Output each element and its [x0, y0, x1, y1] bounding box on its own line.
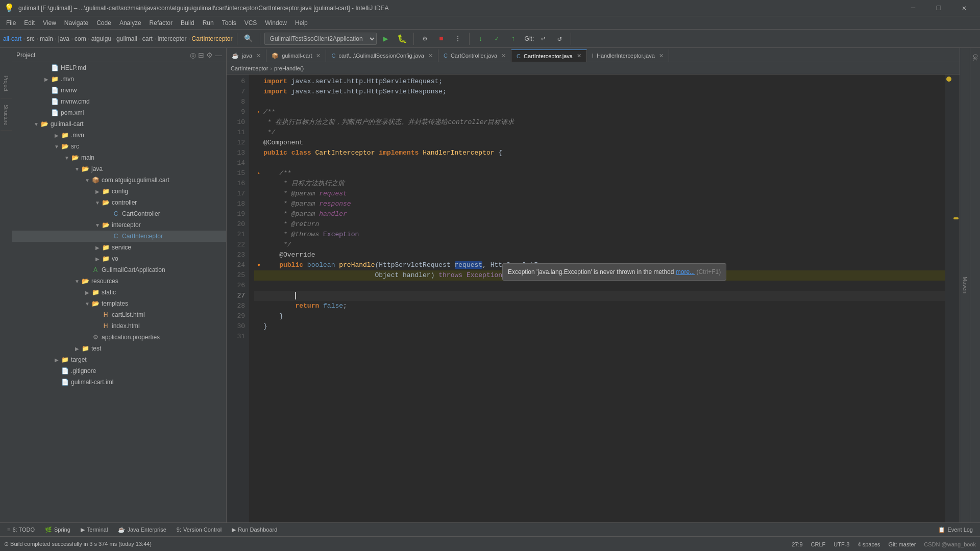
bc-interceptor[interactable]: interceptor	[158, 35, 187, 42]
menu-tools[interactable]: Tools	[218, 17, 240, 29]
tab-close-cartcontroller[interactable]: ✕	[501, 53, 506, 59]
status-crlf[interactable]: CRLF	[811, 541, 826, 547]
tree-item-cartlisthtml[interactable]: H cartList.html	[12, 309, 226, 320]
debug-button[interactable]: 🐛	[395, 32, 409, 46]
menu-refactor[interactable]: Refactor	[145, 17, 177, 29]
bc-gulimall[interactable]: gulimall	[116, 35, 137, 42]
tab-session-config[interactable]: C cart\...\GulimallSessionConfig.java ✕	[326, 49, 438, 62]
tree-item-service[interactable]: ▶ 📁 service	[12, 242, 226, 253]
tree-item-helpmd[interactable]: 📄 HELP.md	[12, 62, 226, 73]
tree-item-cartinterceptor[interactable]: C CartInterceptor	[12, 231, 226, 242]
toolbar-search-icon[interactable]: 🔍	[241, 32, 256, 46]
tree-item-config[interactable]: ▶ 📁 config	[12, 186, 226, 197]
tab-handler-interceptor[interactable]: I HandlerInterceptor.java ✕	[587, 49, 669, 62]
tree-item-src[interactable]: ▼ 📂 src	[12, 141, 226, 152]
bottom-tab-java-enterprise[interactable]: ☕ Java Enterprise	[113, 524, 171, 535]
menu-code[interactable]: Code	[92, 17, 115, 29]
tab-cart-interceptor[interactable]: C CartInterceptor.java ✕	[511, 49, 587, 62]
menu-view[interactable]: View	[39, 17, 60, 29]
tree-item-mvn2[interactable]: ▶ 📁 .mvn	[12, 130, 226, 141]
status-position[interactable]: 27:9	[792, 541, 802, 547]
tree-item-indexhtml[interactable]: H index.html	[12, 320, 226, 332]
maximize-button[interactable]: □	[927, 0, 950, 16]
tab-cart-controller[interactable]: C CartController.java ✕	[438, 49, 511, 62]
bottom-tab-terminal[interactable]: ▶ Terminal	[76, 524, 113, 535]
minimize-button[interactable]: ─	[901, 0, 925, 16]
tree-item-test[interactable]: ▶ 📁 test	[12, 343, 226, 354]
toolbar-coverage-icon[interactable]: ⚙	[418, 32, 432, 46]
menu-navigate[interactable]: Navigate	[60, 17, 92, 29]
bc-allcart[interactable]: all-cart	[3, 35, 21, 42]
toolbar-history-icon[interactable]: ↩	[536, 32, 550, 46]
tree-item-resources[interactable]: ▼ 📂 resources	[12, 276, 226, 287]
menu-run[interactable]: Run	[199, 17, 218, 29]
tree-item-controller[interactable]: ▼ 📂 controller	[12, 197, 226, 208]
warning-mark[interactable]	[946, 77, 951, 82]
tree-item-appprops[interactable]: ⚙ application.properties	[12, 332, 226, 343]
tree-item-pomxml[interactable]: 📄 pom.xml	[12, 107, 226, 118]
side-tool-structure[interactable]: Structure	[1, 100, 12, 131]
tab-close-gulimall-cart[interactable]: ✕	[316, 53, 321, 59]
tab-close-session[interactable]: ✕	[428, 53, 433, 59]
bc-atguigu[interactable]: atguigu	[91, 35, 111, 42]
bottom-tab-run-dashboard[interactable]: ▶ Run Dashboard	[227, 524, 282, 535]
menu-analyze[interactable]: Analyze	[115, 17, 145, 29]
tree-item-iml[interactable]: 📄 gulimall-cart.iml	[12, 377, 226, 388]
menu-vcs[interactable]: VCS	[240, 17, 261, 29]
status-git[interactable]: Git: master	[889, 541, 916, 547]
status-indent[interactable]: 4 spaces	[858, 541, 880, 547]
sidebar-collapse-icon[interactable]: ⊟	[198, 51, 204, 59]
menu-file[interactable]: File	[2, 17, 20, 29]
tree-item-cartcontroller[interactable]: C CartController	[12, 208, 226, 219]
bc-com[interactable]: com	[75, 35, 86, 42]
run-button[interactable]: ▶	[379, 32, 393, 46]
tab-close-cartinterceptor[interactable]: ✕	[577, 53, 581, 59]
menu-help[interactable]: Help	[291, 17, 312, 29]
git-validation-panel[interactable]: Git	[970, 52, 980, 63]
bc-cartinterceptor[interactable]: CartInterceptor	[192, 35, 233, 42]
maven-panel[interactable]: Maven	[960, 48, 970, 522]
tree-item-gulimall-cart[interactable]: ▼ 📂 gulimall-cart	[12, 118, 226, 130]
sidebar-hide-icon[interactable]: —	[215, 51, 222, 59]
tree-item-app[interactable]: A GulimallCartApplication	[12, 264, 226, 276]
toolbar-stop-icon[interactable]: ■	[434, 32, 449, 46]
toolbar-vcs-push-icon[interactable]: ↑	[506, 32, 521, 46]
tab-close-handler[interactable]: ✕	[659, 53, 664, 59]
tree-item-java[interactable]: ▼ 📂 java	[12, 163, 226, 174]
tree-item-templates[interactable]: ▼ 📂 templates	[12, 298, 226, 309]
bottom-tab-version-control[interactable]: 9: Version Control	[172, 524, 227, 535]
sidebar-locate-icon[interactable]: ◎	[190, 51, 196, 59]
status-charset[interactable]: UTF-8	[834, 541, 849, 547]
tree-item-mvnw[interactable]: 📄 mvnw	[12, 85, 226, 96]
toolbar-revert-icon[interactable]: ↺	[552, 32, 567, 46]
bc-java[interactable]: java	[58, 35, 69, 42]
menu-window[interactable]: Window	[261, 17, 291, 29]
bottom-tab-event-log[interactable]: 📋 Event Log	[933, 524, 978, 535]
bc-main[interactable]: main	[40, 35, 53, 42]
tab-java[interactable]: ☕ java ✕	[227, 49, 266, 62]
bc-cartinterceptor-class[interactable]: CartInterceptor	[231, 65, 268, 71]
toolbar-vcs-update-icon[interactable]: ↓	[474, 32, 488, 46]
tree-item-vo[interactable]: ▶ 📁 vo	[12, 253, 226, 264]
toolbar-vcs-commit-icon[interactable]: ✓	[490, 32, 504, 46]
bc-prehandle-method[interactable]: preHandle()	[274, 65, 304, 71]
run-config-dropdown[interactable]: GulimallTestSsoClient2Application	[264, 33, 377, 45]
tab-close-java[interactable]: ✕	[256, 53, 261, 59]
side-tool-project[interactable]: Project	[1, 68, 12, 99]
tree-item-static[interactable]: ▶ 📁 static	[12, 287, 226, 298]
menu-build[interactable]: Build	[177, 17, 199, 29]
tree-item-gitignore[interactable]: 📄 .gitignore	[12, 365, 226, 377]
bottom-tab-spring[interactable]: 🌿 Spring	[40, 524, 76, 535]
tree-item-mvnwcmd[interactable]: 📄 mvnw.cmd	[12, 96, 226, 107]
tree-item-package[interactable]: ▼ 📦 com.atguigu.gulimall.cart	[12, 174, 226, 186]
bottom-tab-todo[interactable]: ≡ 6: TODO	[2, 524, 40, 535]
code-editor[interactable]: import javax.servlet.http.HttpServletReq…	[249, 74, 945, 522]
tree-item-interceptor[interactable]: ▼ 📂 interceptor	[12, 219, 226, 231]
sidebar-settings-icon[interactable]: ⚙	[206, 51, 213, 59]
tree-item-mvn[interactable]: ▶ 📁 .mvn	[12, 73, 226, 85]
menu-edit[interactable]: Edit	[20, 17, 39, 29]
bc-src[interactable]: src	[27, 35, 35, 42]
tab-gulimall-cart[interactable]: 📦 gulimall-cart ✕	[266, 49, 326, 62]
tree-item-target[interactable]: ▶ 📁 target	[12, 354, 226, 365]
toolbar-more-icon[interactable]: ⋮	[451, 32, 465, 46]
